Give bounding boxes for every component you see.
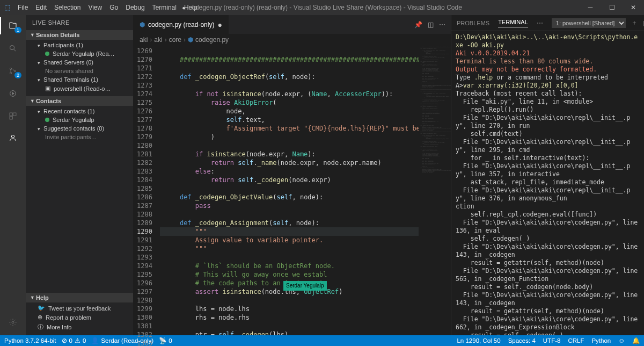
tweet-feedback[interactable]: 🐦Tweet us your feedback bbox=[26, 304, 133, 313]
collaborator-cursor: Serdar Yegulalp bbox=[283, 281, 327, 291]
terminal-panel: Problems Terminal ⋯ 1: powershell [Share… bbox=[451, 15, 644, 335]
menu-selection[interactable]: Selection bbox=[54, 4, 80, 11]
source-control-icon[interactable]: 2 bbox=[6, 64, 19, 77]
activity-bar: 1 2 bbox=[0, 15, 26, 335]
twitter-icon: 🐦 bbox=[38, 305, 45, 312]
status-bar: Python 3.7.2 64-bit ⊘ 0 ⚠ 0 👤 Serdar (Re… bbox=[0, 335, 644, 346]
svg-rect-6 bbox=[13, 113, 16, 116]
more-actions-icon[interactable]: ⋯ bbox=[439, 21, 445, 28]
status-live-share[interactable]: 👤 Serdar (Read-only) bbox=[91, 337, 153, 344]
menu-debug[interactable]: Debug bbox=[126, 4, 144, 11]
panel-more-icon[interactable]: ⋯ bbox=[537, 19, 543, 27]
section-help[interactable]: Help bbox=[26, 293, 133, 302]
menu-edit[interactable]: Edit bbox=[35, 4, 47, 11]
code-editor[interactable]: ########################################… bbox=[160, 46, 419, 335]
live-share-icon[interactable] bbox=[6, 132, 19, 145]
titlebar: ⬚ File Edit Selection View Go Debug Term… bbox=[0, 0, 644, 15]
section-contacts[interactable]: Contacts bbox=[26, 96, 133, 106]
svg-rect-7 bbox=[10, 117, 12, 119]
status-feedback-icon[interactable]: ☺ bbox=[618, 337, 625, 344]
status-eol[interactable]: CRLF bbox=[568, 337, 584, 344]
editor-area: ⬢ codegen.py (read-only) ● 📌 ◫ ⋯ aki› ak… bbox=[133, 15, 451, 335]
status-port[interactable]: 📡 0 bbox=[159, 337, 172, 344]
python-file-icon: ⬢ bbox=[140, 21, 145, 28]
menu-file[interactable]: File bbox=[18, 4, 28, 11]
presence-dot-icon bbox=[45, 118, 49, 122]
window-title: codegen.py (read-only) (read-only) - Vis… bbox=[182, 4, 462, 11]
extensions-icon[interactable] bbox=[6, 110, 19, 122]
line-gutter: 1269127012711272127312741275127612771278… bbox=[133, 46, 160, 335]
menu-view[interactable]: View bbox=[88, 4, 102, 11]
shared-servers-item[interactable]: Shared Servers (0) bbox=[26, 58, 133, 67]
presence-dot-icon bbox=[45, 52, 49, 56]
pin-icon[interactable]: 📌 bbox=[414, 21, 422, 28]
more-info[interactable]: ⓘMore Info bbox=[26, 322, 133, 332]
status-spaces[interactable]: Spaces: 4 bbox=[508, 337, 536, 344]
recent-contacts-item[interactable]: Recent contacts (1) bbox=[26, 107, 133, 116]
status-language[interactable]: Python bbox=[591, 337, 611, 344]
info-icon: ⓘ bbox=[38, 323, 43, 331]
modified-indicator-icon: ● bbox=[217, 20, 222, 29]
settings-icon[interactable] bbox=[6, 316, 19, 329]
section-session-details[interactable]: Session Details bbox=[26, 30, 133, 40]
terminal-selector[interactable]: 1: powershell [Shared] bbox=[552, 18, 626, 28]
panel-tab-terminal[interactable]: Terminal bbox=[498, 19, 528, 27]
panel-tab-problems[interactable]: Problems bbox=[457, 20, 489, 26]
menu-terminal[interactable]: Terminal bbox=[152, 4, 177, 11]
minimap[interactable]: ########################################… bbox=[419, 46, 451, 335]
status-errors[interactable]: ⊘ 0 ⚠ 0 bbox=[62, 337, 86, 344]
status-encoding[interactable]: UTF-8 bbox=[543, 337, 561, 344]
svg-point-8 bbox=[12, 321, 14, 323]
explorer-icon[interactable]: 1 bbox=[6, 19, 19, 32]
editor-tabs: ⬢ codegen.py (read-only) ● 📌 ◫ ⋯ bbox=[133, 15, 451, 34]
github-icon: ⊚ bbox=[38, 314, 42, 321]
sidebar: Live Share Session Details Participants … bbox=[26, 15, 133, 335]
maximize-button[interactable]: ☐ bbox=[601, 0, 623, 15]
contact-serdar[interactable]: Serdar Yegulalp bbox=[26, 116, 133, 124]
tab-codegen[interactable]: ⬢ codegen.py (read-only) ● bbox=[133, 15, 229, 34]
app-icon: ⬚ bbox=[4, 4, 10, 11]
report-problem[interactable]: ⊚Report a problem bbox=[26, 313, 133, 322]
menu-go[interactable]: Go bbox=[109, 4, 118, 11]
new-terminal-icon[interactable]: ＋ bbox=[631, 18, 638, 27]
terminal-output[interactable]: D:\Dev\aki\aki\aki>..\..\aki-env\Scripts… bbox=[451, 31, 644, 335]
menu-bar: File Edit Selection View Go Debug Termin… bbox=[18, 4, 197, 11]
close-button[interactable]: ✕ bbox=[623, 0, 644, 15]
participant-serdar[interactable]: Serdar Yegulalp (Rea… bbox=[26, 49, 133, 58]
sidebar-title: Live Share bbox=[26, 15, 133, 30]
minimize-button[interactable]: ─ bbox=[580, 0, 601, 15]
status-python[interactable]: Python 3.7.2 64-bit bbox=[4, 337, 56, 344]
svg-point-3 bbox=[14, 70, 16, 71]
svg-point-1 bbox=[10, 68, 11, 69]
svg-point-2 bbox=[10, 72, 11, 74]
split-icon[interactable]: ◫ bbox=[428, 21, 434, 28]
breadcrumb[interactable]: aki› aki› core› ⬢ codegen.py bbox=[133, 34, 451, 46]
shared-terminals-item[interactable]: Shared Terminals (1) bbox=[26, 75, 133, 84]
suggested-contacts-item[interactable]: Suggested contacts (0) bbox=[26, 124, 133, 133]
status-position[interactable]: Ln 1290, Col 50 bbox=[457, 337, 500, 344]
python-file-icon: ⬢ bbox=[188, 36, 193, 44]
terminal-icon: ▣ bbox=[45, 85, 50, 92]
no-servers-label: No servers shared bbox=[26, 67, 133, 75]
debug-icon[interactable] bbox=[6, 87, 19, 100]
svg-point-0 bbox=[10, 46, 14, 50]
invite-participants[interactable]: Invite participants… bbox=[26, 133, 133, 141]
terminal-powershell-item[interactable]: ▣powershell (Read-o… bbox=[26, 84, 133, 93]
status-notifications-icon[interactable]: 🔔 bbox=[632, 337, 640, 344]
window-controls: ─ ☐ ✕ bbox=[580, 0, 644, 15]
svg-rect-5 bbox=[10, 113, 12, 116]
search-icon[interactable] bbox=[6, 42, 19, 55]
participants-item[interactable]: Participants (1) bbox=[26, 41, 133, 49]
